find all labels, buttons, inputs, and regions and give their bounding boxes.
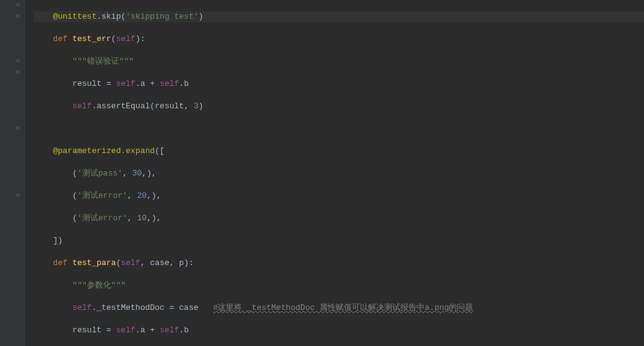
code-editor: ⊟ ⊟ ⊟ ⊟ ⊟ ⊟ @unittest.skip('skipping tes…: [0, 0, 644, 346]
code-line: @unittest.skip('skipping test'): [34, 11, 644, 22]
code-line: """参数化""": [34, 280, 644, 291]
code-line: @parameterized.expand([: [34, 146, 644, 157]
code-line: """错误验证""": [34, 56, 644, 67]
code-line: def test_para(self, case, p):: [34, 258, 644, 269]
fold-icon[interactable]: ⊟: [16, 2, 22, 8]
code-area[interactable]: @unittest.skip('skipping test') def test…: [25, 0, 644, 346]
code-line: [34, 123, 644, 134]
code-line: result = self.a + self.b: [34, 325, 644, 336]
code-line: ]): [34, 235, 644, 246]
code-line: self.assertEqual(result, 3): [34, 101, 644, 112]
code-line: ('测试error', 20,),: [34, 190, 644, 202]
fold-icon[interactable]: ⊟: [16, 14, 22, 19]
code-line: def test_err(self):: [34, 34, 644, 45]
fold-icon[interactable]: ⊟: [16, 58, 22, 64]
code-line: ('测试error', 10,),: [34, 213, 644, 224]
fold-icon[interactable]: ⊟: [16, 70, 22, 75]
code-line: self._testMethodDoc = case #这里将 _testMet…: [34, 302, 644, 314]
fold-icon[interactable]: ⊟: [16, 193, 22, 199]
code-line: ('测试pass', 30,),: [34, 168, 644, 179]
code-line: result = self.a + self.b: [34, 78, 644, 90]
gutter[interactable]: ⊟ ⊟ ⊟ ⊟ ⊟ ⊟: [0, 0, 25, 346]
fold-icon[interactable]: ⊟: [16, 126, 22, 131]
